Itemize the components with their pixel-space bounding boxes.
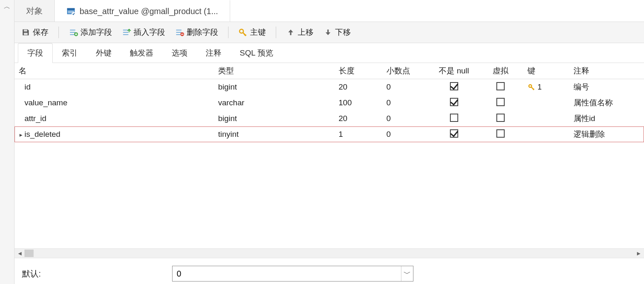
cell-not-null[interactable] [430,111,478,126]
svg-rect-1 [67,8,75,10]
cell-name[interactable]: id [15,79,214,95]
cell-type[interactable]: bigint [214,79,335,95]
subtab-sql-preview[interactable]: SQL 预览 [231,44,282,63]
cell-name[interactable]: ▸is_deleted [15,126,214,142]
checkbox-not-null[interactable] [450,82,458,90]
scroll-right-icon[interactable]: ► [636,250,642,257]
primary-key-button[interactable]: 主键 [236,25,268,39]
col-header-key[interactable]: 键 [523,63,569,79]
col-header-decimals[interactable]: 小数点 [382,63,430,79]
cell-decimals[interactable]: 0 [382,126,430,142]
svg-rect-14 [176,30,182,31]
cell-length[interactable]: 20 [335,79,382,95]
subtab-options[interactable]: 选项 [163,44,197,63]
default-label: 默认: [22,268,163,279]
cell-comment[interactable]: 编号 [569,79,644,95]
fields-grid[interactable]: 名 类型 长度 小数点 不是 null 虚拟 键 注释 idbigint2001… [15,63,644,248]
cell-decimals[interactable]: 0 [382,95,430,111]
add-field-button[interactable]: 添加字段 [66,25,114,39]
cell-comment[interactable]: 属性id [569,111,644,126]
cell-name-text: id [24,83,31,91]
cell-key[interactable] [523,126,569,142]
col-header-type[interactable]: 类型 [214,63,335,79]
subtab-triggers-label: 触发器 [130,49,153,57]
cell-decimals[interactable]: 0 [382,111,430,126]
subtab-foreign-keys-label: 外键 [96,49,112,57]
cell-key[interactable] [523,95,569,111]
svg-rect-15 [176,32,182,33]
table-row[interactable]: idbigint2001编号 [15,79,644,95]
cell-name[interactable]: value_name [15,95,214,111]
left-gutter[interactable]: ︿ [0,0,15,284]
default-value-combo[interactable]: ﹀ [172,266,413,282]
col-header-comment[interactable]: 注释 [569,63,644,79]
cell-comment[interactable]: 逻辑删除 [569,126,644,142]
scroll-track[interactable] [35,250,634,257]
col-header-length[interactable]: 长度 [335,63,382,79]
col-header-name[interactable]: 名 [15,63,214,79]
save-button[interactable]: 保存 [19,25,51,39]
cell-length[interactable]: 1 [335,126,382,142]
move-down-button[interactable]: 下移 [321,25,353,39]
cell-comment[interactable]: 属性值名称 [569,95,644,111]
tab-active-label: base_attr_value @gmall_product (1... [80,7,218,16]
cell-virtual[interactable] [478,111,523,126]
table-row[interactable]: ▸is_deletedtinyint10逻辑删除 [15,126,644,142]
save-label: 保存 [33,27,49,38]
delete-field-button[interactable]: 删除字段 [173,25,221,39]
move-up-button[interactable]: 上移 [284,25,316,39]
table-row[interactable]: attr_idbigint200属性id [15,111,644,126]
checkbox-virtual[interactable] [496,129,505,138]
cell-key[interactable]: 1 [523,79,569,95]
scroll-left-icon[interactable]: ◄ [17,250,23,257]
cell-virtual[interactable] [478,79,523,95]
scroll-thumb[interactable] [24,250,34,257]
cell-not-null[interactable] [430,95,478,111]
checkbox-virtual[interactable] [496,98,505,106]
subtab-foreign-keys[interactable]: 外键 [87,44,121,63]
checkbox-not-null[interactable] [450,98,458,106]
cell-key[interactable] [523,111,569,126]
cell-decimals[interactable]: 0 [382,79,430,95]
cell-not-null[interactable] [430,126,478,142]
tab-active-table[interactable]: base_attr_value @gmall_product (1... [55,0,230,22]
chevron-down-icon[interactable]: ﹀ [401,266,413,281]
col-header-virtual[interactable]: 虚拟 [478,63,523,79]
subtab-comments[interactable]: 注释 [197,44,231,63]
horizontal-scrollbar[interactable]: ◄ ► [15,248,644,258]
cell-name-text: attr_id [24,114,46,123]
subtab-fields[interactable]: 字段 [18,43,53,63]
subtab-indexes[interactable]: 索引 [53,44,87,63]
cell-name-text: value_name [24,98,68,107]
col-header-not-null[interactable]: 不是 null [430,63,478,79]
field-properties: 默认: ﹀ [15,258,644,284]
svg-rect-6 [24,33,27,35]
subtab-options-label: 选项 [172,49,187,57]
cell-name[interactable]: attr_id [15,111,214,126]
checkbox-not-null[interactable] [450,129,458,138]
cell-virtual[interactable] [478,126,523,142]
arrow-down-icon [323,28,333,37]
checkbox-virtual[interactable] [496,114,505,122]
toolbar: 保存 添加字段 插入字段 删除字段 [15,22,644,43]
plus-icon [69,28,78,37]
default-value-input[interactable] [173,266,401,281]
tab-objects[interactable]: 对象 [15,0,55,22]
table-row[interactable]: value_namevarchar1000属性值名称 [15,95,644,111]
cell-length[interactable]: 20 [335,111,382,126]
subtab-sql-preview-label: SQL 预览 [240,49,273,57]
cell-virtual[interactable] [478,95,523,111]
cell-length[interactable]: 100 [335,95,382,111]
insert-field-button[interactable]: 插入字段 [119,25,168,39]
cell-name-text: is_deleted [24,130,61,138]
svg-rect-18 [181,34,184,35]
cell-not-null[interactable] [430,79,478,95]
chevron-up-icon[interactable]: ︿ [4,2,10,11]
cell-type[interactable]: varchar [214,95,335,111]
cell-type[interactable]: bigint [214,111,335,126]
checkbox-virtual[interactable] [496,82,505,90]
checkbox-not-null[interactable] [450,114,458,122]
svg-rect-5 [24,30,27,32]
cell-type[interactable]: tinyint [214,126,335,142]
subtab-triggers[interactable]: 触发器 [121,44,163,63]
